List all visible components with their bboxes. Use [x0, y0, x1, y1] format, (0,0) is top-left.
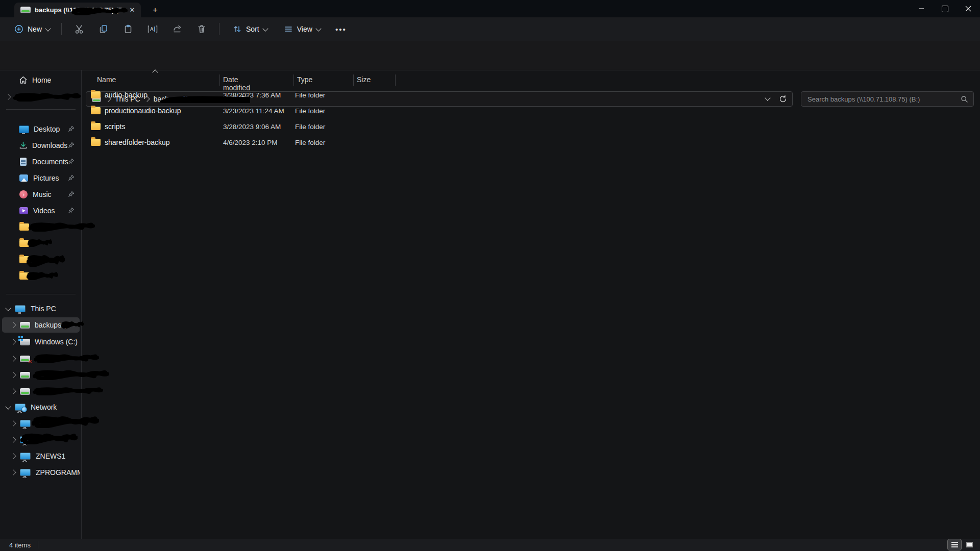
redaction-scribble: [29, 221, 95, 232]
column-divider[interactable]: [353, 74, 354, 86]
file-name: productionaudio-backup: [105, 107, 181, 115]
home-icon: [19, 76, 28, 84]
sidebar-item-videos[interactable]: Videos: [2, 203, 80, 218]
sort-icon: [233, 24, 242, 34]
sidebar-item-downloads[interactable]: Downloads: [2, 138, 80, 153]
sidebar-item-label: ZPROGRAMMING: [36, 468, 80, 477]
divider: [81, 70, 82, 539]
table-row[interactable]: scripts 3/28/2023 9:06 AM File folder: [88, 119, 465, 134]
table-row[interactable]: productionaudio-backup 3/23/2023 11:24 A…: [88, 104, 465, 118]
cut-button[interactable]: [69, 20, 89, 38]
computer-icon: [20, 436, 31, 443]
search-input[interactable]: [806, 95, 961, 104]
copy-button[interactable]: [93, 20, 114, 38]
sidebar-item-home[interactable]: Home: [2, 72, 80, 88]
sidebar-item-backups-drive[interactable]: backups (\\: [2, 317, 80, 333]
column-header-name[interactable]: Name: [97, 76, 116, 84]
see-more-button[interactable]: •••: [331, 20, 351, 38]
tab-title: backups (\\100.71.108.75) (B:): [35, 6, 124, 14]
sidebar-item-label: Pictures: [33, 174, 59, 182]
column-header-size[interactable]: Size: [357, 76, 371, 84]
refresh-icon[interactable]: [779, 95, 787, 103]
sort-button[interactable]: Sort: [228, 21, 273, 37]
share-button[interactable]: [167, 20, 187, 38]
sidebar-item-desktop[interactable]: Desktop: [2, 121, 80, 137]
sidebar-item-label: ZNEWS1: [36, 452, 65, 460]
sidebar-item-znews1[interactable]: ZNEWS1: [2, 448, 80, 464]
sidebar-item-network[interactable]: Network: [2, 399, 80, 415]
view-button[interactable]: View: [279, 21, 326, 37]
toolbar-divider: [219, 23, 219, 35]
redaction-scribble: [28, 238, 52, 247]
rename-button[interactable]: A: [142, 20, 163, 38]
file-date-modified: 3/28/2023 9:06 AM: [223, 123, 281, 131]
sidebar-item-windows-c-drive[interactable]: Windows (C:): [2, 334, 80, 349]
sidebar-item-redacted-computer[interactable]: [2, 432, 80, 447]
folder-icon: [91, 107, 101, 114]
svg-text:A: A: [150, 27, 154, 32]
sidebar-item-redacted-account[interactable]: [2, 89, 80, 105]
table-row[interactable]: audio-backup 3/28/2023 7:36 AM File fold…: [88, 88, 465, 102]
column-divider[interactable]: [395, 74, 396, 86]
pin-icon: [68, 207, 75, 214]
tab-close-icon[interactable]: ✕: [128, 6, 137, 15]
large-thumbnails-view-button[interactable]: [963, 539, 976, 550]
folder-icon: [19, 240, 29, 247]
new-button[interactable]: New: [8, 21, 56, 37]
search-icon: [961, 95, 968, 103]
sidebar-item-documents[interactable]: Documents: [2, 154, 80, 169]
close-button[interactable]: [957, 0, 980, 17]
redaction-scribble: [34, 353, 99, 363]
file-type: File folder: [295, 139, 325, 146]
new-tab-button[interactable]: +: [149, 4, 161, 16]
sidebar-item-label: This PC: [31, 305, 56, 313]
minimize-button[interactable]: [910, 0, 933, 17]
sidebar-item-pictures[interactable]: Pictures: [2, 170, 80, 186]
folder-icon: [19, 256, 29, 263]
column-divider[interactable]: [219, 74, 220, 86]
sidebar-item-label: Desktop: [34, 125, 60, 133]
file-name: scripts: [105, 122, 125, 131]
paste-button[interactable]: [118, 20, 138, 38]
documents-icon: [20, 158, 27, 166]
file-type: File folder: [295, 123, 325, 131]
details-view-button[interactable]: [948, 539, 961, 550]
sidebar-item-redacted-folder[interactable]: [2, 252, 80, 267]
file-name: sharedfolder-backup: [105, 138, 170, 146]
network-drive-icon: [20, 7, 31, 13]
folder-icon: [91, 91, 101, 98]
column-divider[interactable]: [293, 74, 294, 86]
sidebar-item-label: Music: [33, 190, 52, 198]
sidebar-item-label: Home: [32, 76, 51, 84]
sidebar-item-redacted-drive[interactable]: [2, 367, 80, 383]
restore-button[interactable]: [933, 0, 957, 17]
sidebar-item-this-pc[interactable]: This PC: [2, 301, 80, 316]
column-header-type[interactable]: Type: [297, 76, 312, 84]
sort-button-label: Sort: [246, 25, 259, 33]
explorer-tab[interactable]: backups (\\100.71.108.75) (B:) ✕: [14, 3, 141, 17]
address-dropdown-icon[interactable]: [765, 95, 770, 101]
sidebar-item-redacted-folder[interactable]: [2, 219, 80, 235]
sidebar-item-music[interactable]: ♪ Music: [2, 187, 80, 202]
address-row: This PC backups (\\100.71.108.75) (B:): [0, 41, 980, 70]
windows-drive-icon: [20, 339, 30, 345]
sidebar-item-redacted-drive[interactable]: [2, 384, 80, 399]
sidebar-item-redacted-drive[interactable]: [2, 351, 80, 366]
sidebar-item-redacted-computer[interactable]: [2, 416, 80, 431]
divider: [0, 70, 980, 70]
folder-icon: [19, 272, 29, 280]
search-box[interactable]: [801, 91, 974, 107]
sidebar-item-label: backups (\\: [35, 321, 69, 329]
sidebar-item-redacted-folder[interactable]: [2, 268, 80, 284]
divider: [38, 541, 38, 548]
sidebar-item-redacted-folder[interactable]: [2, 236, 80, 251]
delete-button[interactable]: [191, 20, 212, 38]
computer-icon: [20, 469, 31, 476]
toolbar-divider: [61, 23, 62, 35]
pin-icon: [68, 158, 75, 165]
sidebar-divider: [6, 109, 76, 110]
sidebar-item-label: Windows (C:): [35, 338, 78, 346]
downloads-icon: [19, 141, 28, 149]
sidebar-item-zprogramming[interactable]: ZPROGRAMMING: [2, 465, 80, 480]
table-row[interactable]: sharedfolder-backup 4/6/2023 2:10 PM Fil…: [88, 135, 465, 149]
